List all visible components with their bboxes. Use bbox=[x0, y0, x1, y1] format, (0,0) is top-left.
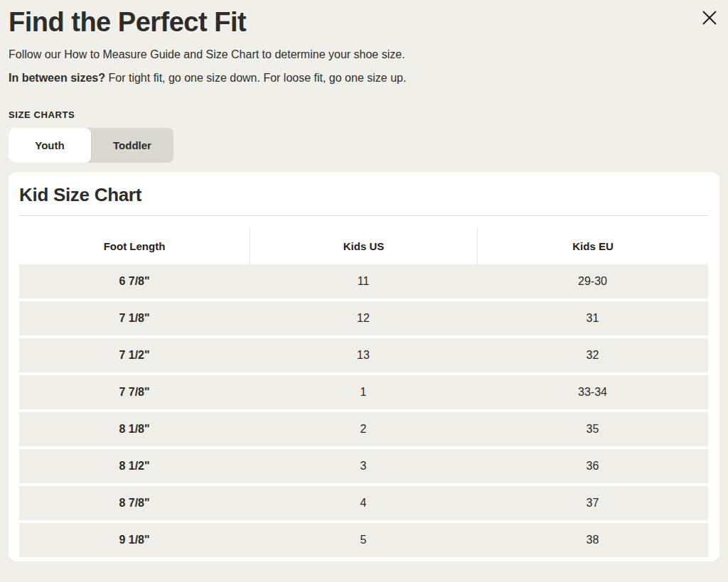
kids-us-cell: 13 bbox=[250, 338, 477, 372]
title-divider bbox=[19, 215, 708, 216]
table-row: 8 1/2"336 bbox=[19, 449, 708, 483]
kids-eu-cell: 33-34 bbox=[477, 375, 708, 409]
kids-eu-cell: 38 bbox=[477, 523, 708, 557]
kids-eu-cell: 36 bbox=[477, 449, 708, 483]
foot-length-cell: 7 7/8" bbox=[19, 375, 250, 409]
foot-length-cell: 8 1/8" bbox=[19, 412, 250, 446]
close-icon bbox=[702, 10, 717, 26]
page-title: Find the Perfect Fit bbox=[9, 6, 719, 38]
column-header-kids-us: Kids US bbox=[250, 227, 477, 264]
foot-length-cell: 7 1/2" bbox=[19, 338, 250, 372]
kids-us-cell: 2 bbox=[250, 412, 477, 446]
foot-length-cell: 6 7/8" bbox=[19, 264, 250, 298]
size-table: Foot Length Kids US Kids EU 6 7/8"1129-3… bbox=[19, 227, 708, 557]
size-guide-modal: Find the Perfect Fit Follow our How to M… bbox=[0, 0, 728, 561]
size-chart-card: Kid Size Chart Foot Length Kids US Kids … bbox=[9, 172, 719, 561]
column-header-kids-eu: Kids EU bbox=[477, 227, 708, 264]
table-row: 7 1/2"1332 bbox=[19, 338, 708, 372]
sizing-tip-bold: In between sizes? bbox=[9, 72, 105, 84]
kids-eu-cell: 32 bbox=[477, 338, 708, 372]
foot-length-cell: 9 1/8" bbox=[19, 523, 250, 557]
size-table-header: Foot Length Kids US Kids EU bbox=[19, 227, 708, 264]
table-row: 8 7/8"437 bbox=[19, 486, 708, 520]
kids-us-cell: 11 bbox=[250, 264, 477, 298]
table-row: 9 1/8"538 bbox=[19, 523, 708, 557]
tab-youth[interactable]: Youth bbox=[9, 128, 91, 163]
size-charts-label: SIZE CHARTS bbox=[9, 109, 719, 120]
foot-length-cell: 7 1/8" bbox=[19, 301, 250, 335]
sizing-tip-text: In between sizes? For tight fit, go one … bbox=[9, 71, 719, 86]
chart-title: Kid Size Chart bbox=[19, 184, 708, 206]
table-row: 7 1/8"1231 bbox=[19, 301, 708, 335]
kids-eu-cell: 37 bbox=[477, 486, 708, 520]
kids-us-cell: 5 bbox=[250, 523, 477, 557]
table-row: 8 1/8"235 bbox=[19, 412, 708, 446]
sizing-tip-rest: For tight fit, go one size down. For loo… bbox=[105, 72, 406, 84]
kids-eu-cell: 31 bbox=[477, 301, 708, 335]
kids-us-cell: 1 bbox=[250, 375, 477, 409]
kids-eu-cell: 29-30 bbox=[477, 264, 708, 298]
kids-us-cell: 12 bbox=[250, 301, 477, 335]
foot-length-cell: 8 1/2" bbox=[19, 449, 250, 483]
subtitle-text: Follow our How to Measure Guide and Size… bbox=[9, 48, 719, 63]
kids-us-cell: 4 bbox=[250, 486, 477, 520]
kids-eu-cell: 35 bbox=[477, 412, 708, 446]
size-chart-tabs: Youth Toddler bbox=[9, 128, 173, 163]
table-row: 6 7/8"1129-30 bbox=[19, 264, 708, 298]
foot-length-cell: 8 7/8" bbox=[19, 486, 250, 520]
kids-us-cell: 3 bbox=[250, 449, 477, 483]
size-table-body: 6 7/8"1129-307 1/8"12317 1/2"13327 7/8"1… bbox=[19, 264, 708, 557]
column-header-foot-length: Foot Length bbox=[19, 227, 250, 264]
tab-toddler[interactable]: Toddler bbox=[91, 128, 173, 163]
table-row: 7 7/8"133-34 bbox=[19, 375, 708, 409]
close-button[interactable] bbox=[701, 9, 718, 26]
